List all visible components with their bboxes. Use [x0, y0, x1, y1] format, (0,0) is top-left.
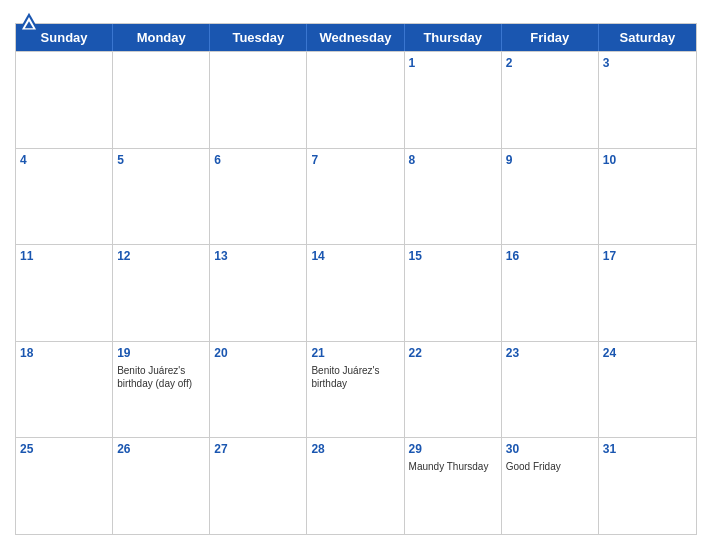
day-cell: 31 [599, 438, 696, 534]
day-number: 29 [409, 441, 497, 458]
day-cell: 6 [210, 149, 307, 245]
day-cell [113, 52, 210, 148]
day-number: 18 [20, 345, 108, 362]
holiday-text: Maundy Thursday [409, 460, 497, 473]
day-cell: 26 [113, 438, 210, 534]
day-number: 1 [409, 55, 497, 72]
day-number: 2 [506, 55, 594, 72]
holiday-text: Good Friday [506, 460, 594, 473]
day-number: 13 [214, 248, 302, 265]
day-cell: 16 [502, 245, 599, 341]
calendar-container: SundayMondayTuesdayWednesdayThursdayFrid… [0, 0, 712, 550]
day-header-monday: Monday [113, 24, 210, 51]
day-cell: 12 [113, 245, 210, 341]
week-row: 2526272829Maundy Thursday30Good Friday31 [16, 437, 696, 534]
day-cell: 23 [502, 342, 599, 438]
day-cell: 3 [599, 52, 696, 148]
day-number: 30 [506, 441, 594, 458]
day-number: 9 [506, 152, 594, 169]
calendar-header [15, 10, 697, 15]
day-number: 6 [214, 152, 302, 169]
day-cell: 10 [599, 149, 696, 245]
day-header-tuesday: Tuesday [210, 24, 307, 51]
day-number: 5 [117, 152, 205, 169]
day-cell: 21Benito Juárez's birthday [307, 342, 404, 438]
day-number: 27 [214, 441, 302, 458]
day-number: 26 [117, 441, 205, 458]
day-cell: 5 [113, 149, 210, 245]
day-cell: 22 [405, 342, 502, 438]
day-cell: 24 [599, 342, 696, 438]
day-cell: 28 [307, 438, 404, 534]
day-cell: 17 [599, 245, 696, 341]
day-number: 21 [311, 345, 399, 362]
day-number: 20 [214, 345, 302, 362]
day-number: 10 [603, 152, 692, 169]
day-cell: 25 [16, 438, 113, 534]
day-header-wednesday: Wednesday [307, 24, 404, 51]
logo-icon [15, 10, 43, 38]
day-number: 16 [506, 248, 594, 265]
day-number: 12 [117, 248, 205, 265]
week-row: 45678910 [16, 148, 696, 245]
day-cell: 2 [502, 52, 599, 148]
day-number: 25 [20, 441, 108, 458]
day-number: 4 [20, 152, 108, 169]
day-cell: 30Good Friday [502, 438, 599, 534]
week-row: 123 [16, 51, 696, 148]
day-cell: 7 [307, 149, 404, 245]
day-cell: 14 [307, 245, 404, 341]
calendar-grid: SundayMondayTuesdayWednesdayThursdayFrid… [15, 23, 697, 535]
day-header-saturday: Saturday [599, 24, 696, 51]
holiday-text: Benito Juárez's birthday (day off) [117, 364, 205, 390]
day-cell: 20 [210, 342, 307, 438]
day-cell: 18 [16, 342, 113, 438]
day-number: 22 [409, 345, 497, 362]
day-header-friday: Friday [502, 24, 599, 51]
day-header-thursday: Thursday [405, 24, 502, 51]
day-number: 14 [311, 248, 399, 265]
day-cell: 1 [405, 52, 502, 148]
day-number: 3 [603, 55, 692, 72]
day-cell: 8 [405, 149, 502, 245]
day-cell: 27 [210, 438, 307, 534]
weeks: 12345678910111213141516171819Benito Juár… [16, 51, 696, 534]
day-number: 19 [117, 345, 205, 362]
day-number: 31 [603, 441, 692, 458]
day-cell: 29Maundy Thursday [405, 438, 502, 534]
day-number: 15 [409, 248, 497, 265]
day-number: 23 [506, 345, 594, 362]
day-cell: 9 [502, 149, 599, 245]
week-row: 11121314151617 [16, 244, 696, 341]
day-cell: 13 [210, 245, 307, 341]
day-cell: 4 [16, 149, 113, 245]
day-cell [307, 52, 404, 148]
day-cell: 11 [16, 245, 113, 341]
day-number: 24 [603, 345, 692, 362]
holiday-text: Benito Juárez's birthday [311, 364, 399, 390]
logo [15, 10, 46, 38]
day-cell: 19Benito Juárez's birthday (day off) [113, 342, 210, 438]
day-number: 28 [311, 441, 399, 458]
day-number: 11 [20, 248, 108, 265]
day-cell [210, 52, 307, 148]
day-number: 7 [311, 152, 399, 169]
day-number: 8 [409, 152, 497, 169]
day-number: 17 [603, 248, 692, 265]
day-cell: 15 [405, 245, 502, 341]
week-row: 1819Benito Juárez's birthday (day off)20… [16, 341, 696, 438]
day-headers: SundayMondayTuesdayWednesdayThursdayFrid… [16, 24, 696, 51]
day-cell [16, 52, 113, 148]
